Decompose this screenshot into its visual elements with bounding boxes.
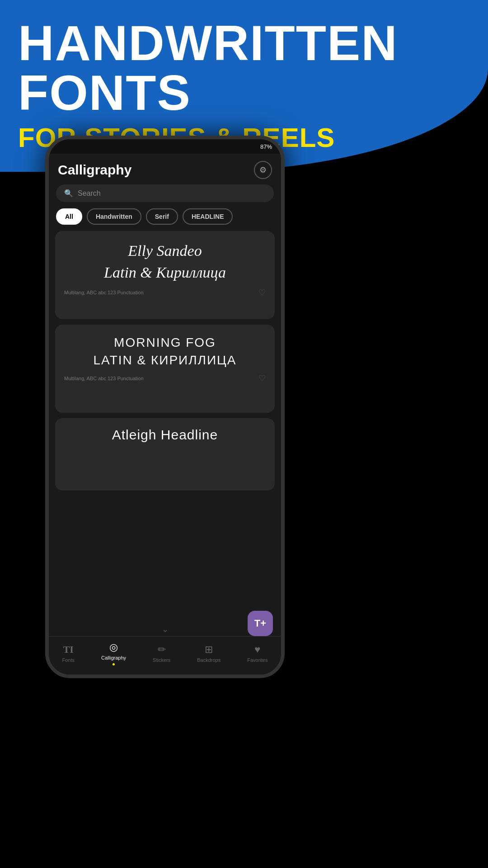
filter-tab-all[interactable]: All bbox=[56, 208, 82, 225]
search-icon: 🔍 bbox=[64, 189, 73, 198]
app-header: Calligraphy ⚙ bbox=[49, 154, 281, 184]
nav-label-stickers: Stickers bbox=[153, 657, 170, 663]
card-footer-2: Multilang, ABC abc 123 Punctuation ♡ bbox=[64, 373, 266, 383]
backdrops-icon: ⊞ bbox=[205, 644, 213, 656]
battery-indicator: 87% bbox=[260, 143, 272, 150]
hero-title: HANDWRITTEN FONTS bbox=[18, 18, 398, 118]
favorites-icon: ♥ bbox=[254, 644, 260, 656]
search-bar[interactable]: 🔍 Search bbox=[56, 184, 274, 202]
app-content: Calligraphy ⚙ 🔍 Search All Handwritten S… bbox=[49, 154, 281, 675]
nav-label-calligraphy: Calligraphy bbox=[101, 655, 126, 660]
hero-section: HANDWRITTEN FONTS FOR STORIES & REELS bbox=[18, 18, 398, 153]
filter-tabs: All Handwritten Serif HEADLINE bbox=[49, 208, 281, 231]
settings-button[interactable]: ⚙ bbox=[254, 161, 272, 179]
fab-button[interactable]: T+ bbox=[248, 611, 273, 636]
nav-item-fonts[interactable]: TI Fonts bbox=[62, 644, 75, 663]
app-title: Calligraphy bbox=[58, 162, 131, 178]
fab-label: T+ bbox=[254, 618, 266, 629]
nav-item-calligraphy[interactable]: ◎ Calligraphy bbox=[101, 642, 126, 665]
favorite-icon-2[interactable]: ♡ bbox=[258, 373, 266, 383]
status-bar: 87% bbox=[49, 139, 281, 154]
filter-tab-serif[interactable]: Serif bbox=[146, 208, 178, 225]
card-meta-1: Multilang, ABC abc 123 Punctuation bbox=[64, 290, 144, 295]
font-card-1[interactable]: Elly Sandeo Latin & Кириллица Multilang,… bbox=[55, 231, 275, 319]
filter-tab-handwritten[interactable]: Handwritten bbox=[87, 208, 141, 225]
font-preview-elly-sandeo: Elly Sandeo Latin & Кириллица bbox=[64, 240, 266, 283]
font-card-2[interactable]: MORNING FOG LATIN & КИРИЛЛИЦА Multilang,… bbox=[55, 325, 275, 413]
filter-tab-headline[interactable]: HEADLINE bbox=[183, 208, 233, 225]
nav-item-backdrops[interactable]: ⊞ Backdrops bbox=[197, 644, 221, 663]
bottom-navigation: TI Fonts ◎ Calligraphy ✏ Stickers ⊞ Back… bbox=[49, 636, 281, 675]
calligraphy-icon: ◎ bbox=[109, 642, 118, 653]
card-footer-1: Multilang, ABC abc 123 Punctuation ♡ bbox=[64, 288, 266, 297]
nav-label-backdrops: Backdrops bbox=[197, 657, 221, 663]
font-preview-atleigh: Atleigh Headline bbox=[64, 427, 266, 443]
font-preview-morning-fog: MORNING FOG LATIN & КИРИЛЛИЦА bbox=[64, 334, 266, 369]
nav-label-fonts: Fonts bbox=[62, 657, 75, 663]
card-meta-2: Multilang, ABC abc 123 Punctuation bbox=[64, 376, 144, 381]
active-dot bbox=[113, 663, 115, 665]
favorite-icon-1[interactable]: ♡ bbox=[258, 288, 266, 297]
gear-icon: ⚙ bbox=[259, 165, 267, 175]
nav-item-stickers[interactable]: ✏ Stickers bbox=[153, 644, 170, 663]
nav-item-favorites[interactable]: ♥ Favorites bbox=[247, 644, 267, 663]
nav-label-favorites: Favorites bbox=[247, 657, 267, 663]
stickers-icon: ✏ bbox=[158, 644, 166, 656]
search-placeholder: Search bbox=[78, 189, 101, 198]
font-cards-list: Elly Sandeo Latin & Кириллица Multilang,… bbox=[49, 231, 281, 623]
phone-frame: 87% Calligraphy ⚙ 🔍 Search All Handwritt… bbox=[45, 136, 285, 678]
fonts-icon: TI bbox=[63, 644, 74, 656]
scroll-indicator: ⌄ bbox=[49, 623, 281, 636]
font-card-3[interactable]: Atleigh Headline bbox=[55, 418, 275, 491]
phone-wrapper: 87% Calligraphy ⚙ 🔍 Search All Handwritt… bbox=[45, 136, 285, 678]
